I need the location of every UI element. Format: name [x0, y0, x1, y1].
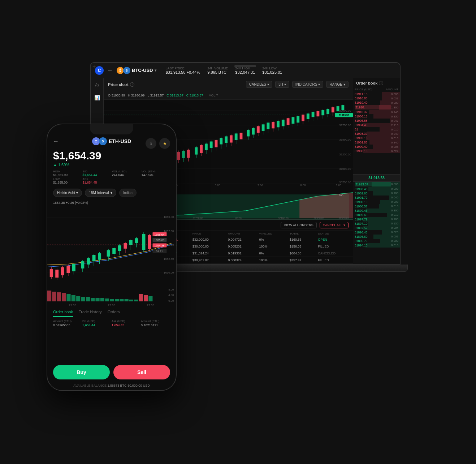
svg-text:32000.00: 32000.00	[339, 109, 351, 112]
back-button[interactable]: ←	[107, 67, 113, 74]
phone-ob-header-amount-eth2: Amount (ETH)	[141, 319, 170, 323]
indicators-button[interactable]: INDICATORS ▾	[292, 81, 324, 88]
order-filled: 100%	[256, 243, 287, 250]
phone-ob-amount: 0.54965533	[53, 323, 82, 327]
order-price: $32,000.00	[190, 236, 225, 243]
svg-text:7:00: 7:00	[258, 184, 263, 187]
order-book-bid-row: 31895.790.200	[353, 239, 400, 243]
svg-text:200: 200	[339, 194, 344, 197]
order-book-bid-row: 31897.570.004	[353, 226, 400, 230]
ism-interval-button[interactable]: 15M Interval ▾	[85, 189, 116, 197]
view-all-orders-button[interactable]: VIEW ALL ORDERS	[281, 222, 317, 228]
svg-rect-89	[291, 117, 294, 124]
svg-rect-99	[316, 111, 319, 116]
svg-text:1650.00: 1650.00	[164, 271, 174, 274]
phone-pair-selector[interactable]: Ξ $ ETH-USD	[92, 137, 131, 145]
order-book-bid-row: 31895.600.007	[353, 235, 400, 239]
svg-rect-49	[187, 150, 190, 158]
order-book-asks: 31911.180.00631910.880.03731910.400.0803…	[353, 92, 400, 174]
svg-rect-144	[81, 261, 84, 268]
phone-ob-amount2: 0.10216121	[141, 323, 170, 327]
svg-text:31750.00: 31750.00	[339, 124, 351, 127]
svg-rect-69	[240, 133, 243, 139]
indicator-button[interactable]: Indica	[119, 189, 137, 197]
star-button[interactable]: ★	[159, 138, 170, 149]
sell-button[interactable]: Sell	[113, 365, 170, 379]
svg-rect-164	[142, 234, 146, 250]
ob-info-icon: i	[379, 81, 383, 85]
order-total: $604.58	[287, 250, 315, 257]
coinbase-logo-icon: C	[95, 66, 104, 75]
buy-button[interactable]: Buy	[53, 365, 110, 379]
svg-text:8:00: 8:00	[300, 184, 306, 187]
order-book-ask-row: 31903.370.240	[353, 132, 400, 136]
svg-text:4.00: 4.00	[168, 293, 174, 297]
svg-rect-195	[139, 294, 143, 301]
svg-rect-158	[124, 243, 127, 249]
tab-orders[interactable]: Orders	[108, 308, 120, 317]
range-button[interactable]: RANGE ▾	[326, 81, 349, 88]
order-book-bid-row: 31900.100.003	[353, 200, 400, 204]
svg-text:31250.00: 31250.00	[339, 153, 351, 156]
phone-balance: AVAILABLE BALANCE 1.56673 BTC 50,000.00 …	[47, 382, 176, 390]
heikin-ashi-button[interactable]: Heikin Ashi ▾	[53, 189, 82, 197]
order-book-ask-row: 31905.880.047	[353, 119, 400, 123]
svg-rect-140	[66, 266, 70, 273]
order-book-ask-row: 31911.180.006	[353, 92, 400, 96]
svg-rect-154	[112, 248, 116, 254]
order-book-bid-row: 31897.100.130	[353, 222, 400, 226]
phone-bid-stat: BID $1,654.44	[83, 170, 112, 177]
info-button[interactable]: ℹ	[146, 138, 156, 149]
svg-rect-179	[62, 293, 66, 301]
order-book-bid-row: 31894.100.010	[353, 243, 400, 248]
svg-rect-177	[52, 292, 56, 301]
col-status: STATUS	[315, 231, 353, 236]
phone-chart-controls: Heikin Ashi ▾ 15M Interval ▾ Indica	[47, 187, 176, 200]
order-book-ask-row: 31901.880.340	[353, 140, 400, 145]
sidebar-chart-icon[interactable]: 📊	[94, 94, 101, 101]
order-amount: 0.019301	[225, 250, 256, 257]
ob-col-headers: PRICE (USD) AMOUNT	[353, 87, 400, 92]
phone-vol-usd-stat: VOL (USD) 244,634.	[112, 170, 141, 177]
svg-rect-79	[267, 123, 269, 129]
tab-order-book[interactable]: Order book	[53, 308, 73, 317]
svg-rect-190	[115, 299, 119, 301]
order-price: $30,931.07	[190, 257, 225, 264]
order-status: FILLED	[315, 243, 353, 250]
svg-rect-166	[148, 235, 151, 249]
svg-rect-61	[220, 138, 222, 144]
laptop-notch	[234, 65, 256, 67]
tab-trade-history[interactable]: Trade history	[79, 308, 102, 317]
order-book-ask-row: 31910.1.300	[353, 105, 400, 110]
order-book-ask-row: 31900.100.024	[353, 149, 400, 153]
svg-rect-101	[321, 110, 324, 115]
svg-rect-57	[210, 141, 213, 148]
interval-button[interactable]: 3H ▾	[275, 81, 289, 88]
cancel-all-button[interactable]: CANCEL ALL ▾	[320, 222, 349, 228]
chart-toolbar: Price chart i CANDLES ▾ 3H ▾ IN	[104, 78, 353, 91]
svg-text:8.00: 8.00	[168, 288, 174, 291]
svg-text:31000.00: 31000.00	[339, 167, 351, 171]
phone-back-button[interactable]: ←	[53, 138, 59, 145]
mobile-phone: ← Ξ $ ETH-USD ℹ ★ $1,654.39 ▲ 1.69%	[47, 124, 177, 391]
candles-button[interactable]: CANDLES ▾	[246, 81, 272, 88]
svg-rect-191	[120, 299, 124, 301]
svg-rect-134	[50, 269, 53, 277]
svg-rect-188	[105, 298, 109, 301]
volume-stat: 24H VOLUME 9,865 BTC	[207, 66, 228, 74]
order-book-header: Order book i	[353, 78, 400, 87]
pair-selector[interactable]: ₿ $ BTC-USD ▾	[117, 67, 156, 74]
phone-volume-chart: 8.00 4.00 0.00	[47, 285, 176, 303]
svg-rect-187	[100, 298, 104, 301]
phone-tabs: Order book Trade history Orders	[47, 308, 176, 317]
svg-rect-51	[195, 147, 198, 155]
sidebar-clock-icon[interactable]: ⏱	[94, 82, 101, 89]
high-stat: 24H HIGH $32,047.31	[235, 66, 255, 74]
order-status: FILLED	[315, 257, 353, 264]
svg-rect-192	[125, 299, 129, 301]
svg-rect-197	[148, 296, 152, 301]
order-book-ask-row: 31904.402.110	[353, 123, 400, 127]
svg-text:9:00: 9:00	[336, 184, 342, 187]
svg-text:1660.00: 1660.00	[164, 215, 174, 219]
svg-rect-156	[118, 245, 121, 251]
